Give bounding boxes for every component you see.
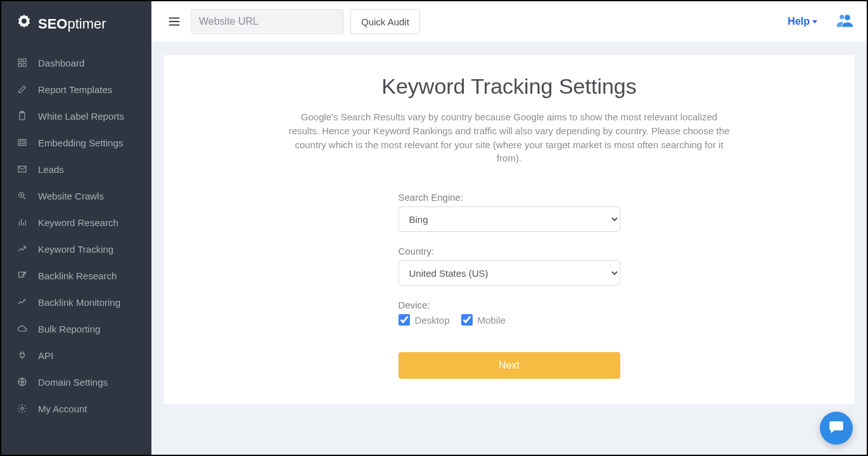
country-select[interactable]: United States (US): [399, 260, 620, 286]
quick-audit-button[interactable]: Quick Audit: [350, 9, 420, 34]
bar-chart-icon: [16, 217, 28, 228]
line-up-icon: [16, 243, 28, 255]
svg-rect-4: [23, 63, 26, 66]
sidebar-item-api[interactable]: API: [1, 342, 151, 369]
help-dropdown[interactable]: Help: [788, 16, 817, 27]
device-label: Device:: [399, 300, 620, 310]
desktop-label: Desktop: [415, 315, 450, 326]
device-desktop-option[interactable]: Desktop: [399, 314, 450, 326]
mobile-checkbox[interactable]: [461, 314, 473, 326]
trend-icon: [16, 296, 28, 308]
sidebar-item-white-label[interactable]: White Label Reports: [1, 103, 151, 129]
page-description: Google's Search Results vary by country …: [288, 110, 731, 165]
external-link-icon: [16, 270, 28, 281]
svg-point-15: [839, 15, 844, 19]
users-icon[interactable]: [836, 13, 854, 30]
help-label: Help: [788, 16, 810, 27]
sidebar-item-backlink-monitoring[interactable]: Backlink Monitoring: [1, 289, 151, 315]
globe-icon: [16, 376, 28, 388]
brand-name: SEOptimer: [38, 16, 106, 32]
desktop-checkbox[interactable]: [399, 314, 410, 326]
svg-point-0: [22, 18, 27, 23]
sidebar-item-label: Report Templates: [38, 84, 112, 95]
sidebar-item-label: Website Crawls: [38, 191, 104, 201]
sidebar-item-leads[interactable]: Leads: [1, 156, 151, 182]
mail-icon: [16, 163, 28, 175]
plug-icon: [16, 350, 28, 361]
sidebar-item-crawls[interactable]: Website Crawls: [1, 182, 151, 209]
embed-icon: [16, 137, 28, 148]
settings-form: Search Engine: Bing Country: United Stat…: [399, 192, 620, 379]
svg-rect-2: [23, 59, 26, 62]
country-label: Country:: [399, 246, 620, 256]
caret-down-icon: [812, 20, 817, 23]
menu-toggle-icon[interactable]: [164, 11, 184, 32]
sidebar-item-my-account[interactable]: My Account: [1, 395, 151, 422]
sidebar-item-label: Backlink Research: [38, 270, 117, 281]
sidebar-item-label: Leads: [38, 164, 64, 175]
sidebar-item-label: Backlink Monitoring: [38, 297, 120, 308]
sidebar-item-label: Domain Settings: [38, 377, 108, 388]
page-title: Keyword Tracking Settings: [196, 74, 822, 99]
cloud-icon: [16, 323, 28, 334]
main-area: Quick Audit Help Keyword Tracking Settin…: [151, 1, 867, 455]
sidebar-item-keyword-research[interactable]: Keyword Research: [1, 209, 151, 236]
sidebar-item-domain-settings[interactable]: Domain Settings: [1, 369, 151, 395]
sidebar-item-label: Dashboard: [38, 58, 84, 68]
svg-point-14: [845, 15, 850, 20]
svg-rect-1: [18, 59, 22, 62]
sidebar-item-bulk-reporting[interactable]: Bulk Reporting: [1, 315, 151, 342]
sidebar-item-embedding[interactable]: Embedding Settings: [1, 129, 151, 156]
brand-logo[interactable]: SEOptimer: [1, 1, 151, 49]
sidebar-item-label: My Account: [38, 403, 87, 414]
search-engine-label: Search Engine:: [399, 192, 620, 203]
settings-card: Keyword Tracking Settings Google's Searc…: [164, 55, 854, 404]
sidebar-nav: Dashboard Report Templates White Label R…: [1, 49, 151, 422]
sidebar-item-report-templates[interactable]: Report Templates: [1, 76, 151, 103]
chat-icon: [828, 419, 845, 438]
sidebar-item-dashboard[interactable]: Dashboard: [1, 49, 151, 76]
edit-icon: [16, 84, 28, 95]
content: Keyword Tracking Settings Google's Searc…: [151, 42, 867, 455]
sidebar-item-label: Keyword Research: [38, 217, 118, 228]
svg-rect-7: [18, 139, 26, 145]
svg-rect-8: [20, 141, 25, 144]
sidebar-item-label: Bulk Reporting: [38, 324, 100, 334]
sidebar-item-label: White Label Reports: [38, 111, 124, 122]
svg-rect-9: [18, 166, 26, 172]
svg-point-13: [21, 407, 23, 410]
sidebar-item-label: Keyword Tracking: [38, 244, 113, 255]
next-button[interactable]: Next: [399, 352, 620, 379]
gear-icon: [16, 403, 28, 414]
chat-widget[interactable]: [820, 412, 853, 445]
website-url-input[interactable]: [191, 9, 344, 34]
clipboard-icon: [16, 110, 28, 122]
device-mobile-option[interactable]: Mobile: [461, 314, 506, 326]
search-plus-icon: [16, 190, 28, 201]
sidebar-item-label: Embedding Settings: [38, 137, 123, 148]
mobile-label: Mobile: [478, 315, 506, 326]
grid-icon: [16, 57, 28, 68]
brand-gear-icon: [14, 13, 34, 35]
search-engine-select[interactable]: Bing: [399, 206, 620, 232]
topbar: Quick Audit Help: [151, 1, 867, 42]
sidebar-item-label: API: [38, 350, 53, 361]
svg-rect-3: [18, 63, 22, 66]
sidebar: SEOptimer Dashboard Report Templates Whi…: [1, 1, 151, 455]
sidebar-item-backlink-research[interactable]: Backlink Research: [1, 262, 151, 289]
sidebar-item-keyword-tracking[interactable]: Keyword Tracking: [1, 236, 151, 262]
